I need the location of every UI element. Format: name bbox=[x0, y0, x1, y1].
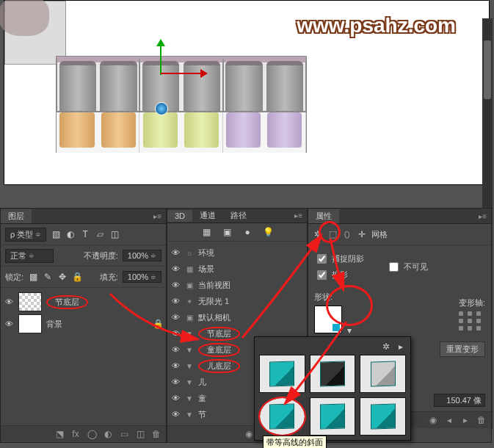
layer-name[interactable]: 背景 bbox=[46, 319, 62, 330]
panel-menu-icon[interactable]: ▸≡ bbox=[149, 212, 166, 220]
group-icon[interactable]: ▭ bbox=[119, 429, 129, 439]
mask-icon[interactable]: ◯ bbox=[87, 429, 97, 439]
panel-menu-icon[interactable]: ▸≡ bbox=[290, 212, 307, 220]
filter-material-icon[interactable]: ● bbox=[242, 227, 253, 237]
deform-axis-label: 变形轴: bbox=[459, 297, 485, 308]
3d-model[interactable] bbox=[56, 56, 307, 153]
tab-3d[interactable]: 3D bbox=[167, 210, 192, 222]
deform-axis-grid[interactable] bbox=[459, 311, 485, 330]
mesh-icon: ▼ bbox=[185, 344, 194, 355]
mesh-icon: ▼ bbox=[185, 377, 194, 387]
new-icon[interactable]: ◫ bbox=[135, 429, 145, 439]
annotation-circle bbox=[319, 221, 341, 243]
preset-item[interactable] bbox=[310, 355, 356, 393]
filter-adjust-icon[interactable]: ◐ bbox=[65, 229, 76, 239]
preset-dropdown-icon[interactable]: ▾ bbox=[344, 325, 355, 336]
lock-all-icon[interactable]: 🔒 bbox=[72, 272, 82, 282]
lock-paint-icon[interactable]: ✎ bbox=[43, 272, 53, 282]
layer-row[interactable]: 👁 背景 🔒 bbox=[1, 313, 166, 335]
mesh-icon: ▼ bbox=[185, 393, 194, 403]
tab-layers[interactable]: 图层 bbox=[1, 209, 32, 223]
scene-icon: ▦ bbox=[185, 264, 194, 274]
coord-value[interactable] bbox=[434, 394, 485, 407]
env-icon: ☼ bbox=[185, 248, 194, 258]
3d-item[interactable]: 👁▣默认相机 bbox=[167, 309, 307, 325]
mesh-icon: ▼ bbox=[185, 409, 194, 419]
viewport[interactable]: www.psahz.com bbox=[4, 0, 490, 185]
filter-all-icon[interactable]: ▦ bbox=[201, 227, 211, 237]
gizmo-center[interactable] bbox=[155, 102, 168, 115]
preset-item-selected[interactable] bbox=[259, 397, 305, 436]
visibility-icon[interactable]: 👁 bbox=[4, 319, 14, 328]
preset-item[interactable] bbox=[310, 397, 356, 436]
gizmo-y-axis[interactable] bbox=[160, 42, 161, 75]
annotation-circle bbox=[326, 285, 373, 326]
preset-item[interactable] bbox=[360, 397, 406, 436]
opacity-value[interactable]: 100% bbox=[123, 250, 161, 261]
tab-channels[interactable]: 通道 bbox=[192, 209, 223, 223]
cast-shadow-check[interactable]: 投影 bbox=[314, 268, 364, 282]
popup-gear-icon[interactable]: ✲ bbox=[381, 342, 391, 352]
link-icon[interactable]: ⬔ bbox=[54, 429, 65, 439]
3d-item[interactable]: 👁✶无限光 1 bbox=[167, 293, 307, 309]
tab-properties[interactable]: 属性 bbox=[308, 209, 339, 223]
popup-menu-icon[interactable]: ▸ bbox=[396, 342, 406, 352]
gizmo-x-axis[interactable] bbox=[161, 73, 205, 74]
mesh-label: 网格 bbox=[371, 229, 388, 240]
layer-row[interactable]: 👁 节底层 bbox=[1, 291, 166, 313]
coord-mode-icon[interactable]: ✛ bbox=[357, 229, 367, 239]
trash-icon[interactable]: 🗑 bbox=[476, 415, 487, 425]
panel-menu-icon[interactable]: ▸≡ bbox=[474, 212, 491, 220]
filter-light-icon[interactable]: 💡 bbox=[263, 227, 273, 237]
render-icon[interactable]: ◉ bbox=[244, 429, 254, 439]
invisible-check[interactable]: 不可见 bbox=[386, 252, 428, 282]
tab-paths[interactable]: 路径 bbox=[223, 209, 254, 223]
layer-thumb[interactable] bbox=[18, 292, 42, 311]
lock-move-icon[interactable]: ✥ bbox=[57, 272, 68, 282]
preset-item[interactable] bbox=[259, 355, 305, 393]
filter-shape-icon[interactable]: ▱ bbox=[95, 229, 105, 239]
filter-kind[interactable]: ρ 类型 bbox=[5, 228, 46, 242]
lock-label: 锁定: bbox=[5, 272, 23, 283]
lock-trans-icon[interactable]: ▩ bbox=[28, 272, 38, 282]
lock-icon: 🔒 bbox=[153, 319, 163, 329]
preset-item[interactable] bbox=[360, 355, 406, 393]
cap-mode-icon[interactable]: ⬯ bbox=[342, 229, 352, 239]
catch-shadow-check[interactable]: 捕捉阴影 bbox=[314, 252, 364, 266]
filter-mesh-icon[interactable]: ▣ bbox=[222, 227, 232, 237]
fx-icon[interactable]: fx bbox=[70, 429, 81, 439]
3d-item[interactable]: 👁▦场景 bbox=[167, 261, 307, 277]
reset-deform-button[interactable]: 重置变形 bbox=[440, 342, 485, 357]
visibility-icon[interactable]: 👁 bbox=[4, 297, 14, 306]
layers-panel: 图层▸≡ ρ 类型 ▧ ◐ T ▱ ◫ 正常 不透明度: 100% 锁定: ▩ … bbox=[0, 208, 167, 443]
mesh-icon: ▼ bbox=[185, 328, 194, 339]
adjust-icon[interactable]: ◐ bbox=[103, 429, 113, 439]
filter-pixel-icon[interactable]: ▧ bbox=[51, 229, 61, 239]
trash-icon[interactable]: 🗑 bbox=[151, 429, 161, 439]
view-icon: ▣ bbox=[185, 280, 194, 290]
watermark: www.psahz.com bbox=[297, 14, 456, 37]
opacity-label: 不透明度: bbox=[84, 250, 118, 261]
mesh-icon: ▼ bbox=[185, 361, 194, 371]
filter-type-icon[interactable]: T bbox=[80, 229, 90, 239]
render-icon[interactable]: ◉ bbox=[428, 415, 438, 425]
fill-label: 填充: bbox=[100, 272, 118, 283]
3d-item[interactable]: 👁▣当前视图 bbox=[167, 277, 307, 293]
preset-tooltip: 带等高线的斜面 bbox=[263, 436, 327, 448]
filter-smart-icon[interactable]: ◫ bbox=[109, 229, 120, 239]
camera-icon: ▣ bbox=[185, 312, 194, 322]
blend-mode[interactable]: 正常 bbox=[5, 249, 54, 263]
next-icon[interactable]: ▸ bbox=[460, 415, 471, 425]
fill-value[interactable]: 100% bbox=[123, 271, 161, 283]
layer-name[interactable]: 节底层 bbox=[46, 295, 88, 309]
3d-item[interactable]: 👁☼环境 bbox=[167, 245, 307, 261]
prev-icon[interactable]: ◂ bbox=[444, 415, 454, 425]
texture-grid bbox=[4, 1, 66, 65]
layer-thumb[interactable] bbox=[18, 314, 42, 333]
shape-preset-popup[interactable]: ✲ ▸ bbox=[254, 336, 411, 441]
light-icon: ✶ bbox=[185, 296, 194, 306]
